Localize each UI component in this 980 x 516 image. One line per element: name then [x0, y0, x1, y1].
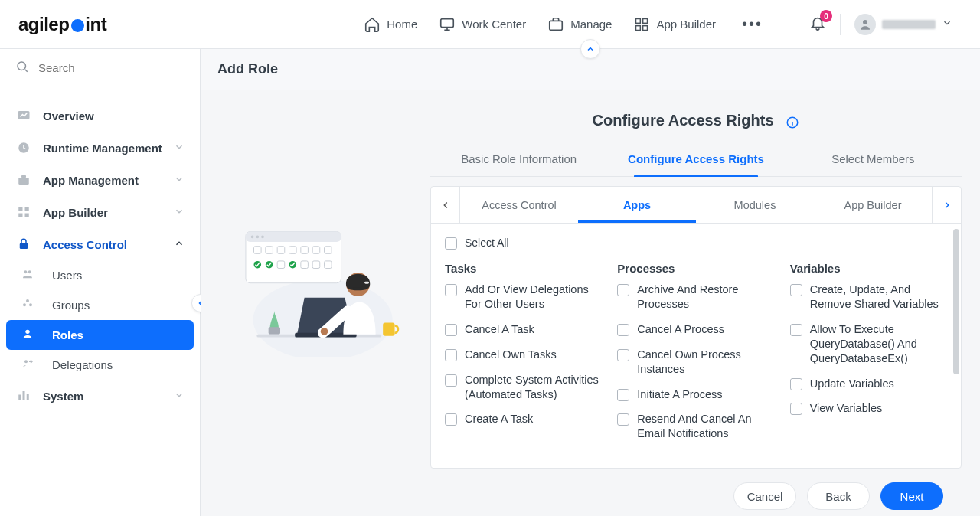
briefcase-icon — [547, 16, 564, 33]
lock-icon — [15, 237, 32, 251]
sidebar-item-label: Runtime Management — [43, 142, 162, 155]
perm-checkbox[interactable] — [790, 403, 802, 415]
perm-label: Cancel Own Process Instances — [637, 348, 774, 377]
sidebar-sub-roles[interactable]: Roles — [6, 320, 194, 350]
sidebar-item-system[interactable]: System — [6, 380, 194, 412]
perm-checkbox[interactable] — [445, 374, 457, 387]
next-button[interactable]: Next — [880, 482, 943, 510]
perm-checkbox[interactable] — [790, 378, 802, 390]
cat-tab-apps[interactable]: Apps — [578, 188, 696, 222]
svg-rect-16 — [20, 243, 28, 250]
svg-rect-47 — [269, 327, 280, 335]
category-prev-button[interactable] — [431, 187, 460, 223]
cat-tab-app-builder[interactable]: App Builder — [814, 188, 932, 222]
sidebar-item-app-builder[interactable]: App Builder — [6, 196, 194, 228]
search-icon — [15, 60, 29, 76]
svg-rect-15 — [25, 214, 29, 217]
perm-checkbox[interactable] — [790, 284, 802, 296]
sidebar-sub-users[interactable]: Users — [6, 260, 194, 290]
avatar-icon — [854, 14, 876, 35]
perm-checkbox[interactable] — [445, 413, 457, 426]
brand-logo: agilep int — [18, 14, 106, 35]
svg-point-23 — [24, 360, 28, 363]
search-input[interactable] — [37, 60, 185, 75]
perm-checkbox[interactable] — [617, 284, 629, 296]
wizard-stepper: Basic Role Information Configure Access … — [430, 143, 962, 177]
cancel-button[interactable]: Cancel — [733, 482, 796, 510]
sidebar-item-access-control[interactable]: Access Control — [6, 228, 194, 260]
svg-rect-14 — [18, 214, 22, 217]
step-configure-rights[interactable]: Configure Access Rights — [607, 143, 784, 176]
notifications-button[interactable]: 0 — [809, 15, 826, 34]
cat-tab-modules[interactable]: Modules — [696, 188, 814, 222]
back-button[interactable]: Back — [807, 482, 870, 510]
perm-checkbox[interactable] — [617, 324, 629, 336]
step-label: Select Members — [831, 152, 914, 165]
user-menu[interactable] — [854, 14, 962, 35]
sidebar-sub-label: Roles — [52, 328, 83, 341]
svg-rect-0 — [441, 18, 454, 27]
column-variables: Variables Create, Update, And Remove Sha… — [790, 257, 947, 452]
rights-scroll-area[interactable]: Select All Tasks Add Or View Delegations… — [431, 224, 961, 468]
chevron-down-icon — [174, 390, 185, 403]
step-select-members[interactable]: Select Members — [785, 143, 962, 176]
collapse-header-button[interactable] — [580, 39, 600, 59]
sidebar-sub-groups[interactable]: Groups — [6, 290, 194, 320]
nav-manage[interactable]: Manage — [547, 16, 612, 33]
info-icon[interactable] — [786, 116, 799, 129]
perm-label: Cancel A Process — [637, 322, 724, 337]
chevron-down-icon — [174, 142, 185, 155]
select-all-checkbox[interactable] — [445, 237, 457, 250]
scrollbar[interactable] — [953, 229, 959, 462]
svg-point-19 — [26, 299, 29, 302]
sidebar-item-runtime[interactable]: Runtime Management — [6, 132, 194, 164]
perm-checkbox[interactable] — [617, 389, 629, 401]
chevron-up-icon — [174, 238, 185, 251]
category-next-button[interactable] — [932, 187, 961, 223]
system-icon — [15, 389, 32, 403]
svg-rect-25 — [23, 391, 25, 400]
nav-home[interactable]: Home — [364, 16, 417, 33]
step-basic-info[interactable]: Basic Role Information — [430, 143, 607, 176]
svg-point-18 — [28, 270, 31, 273]
svg-rect-29 — [246, 232, 341, 242]
grid-icon — [633, 16, 650, 33]
sidebar-item-app-management[interactable]: App Management — [6, 164, 194, 196]
sidebar-item-overview[interactable]: Overview — [6, 100, 194, 132]
svg-rect-24 — [18, 395, 21, 401]
svg-point-21 — [29, 303, 32, 306]
perm-checkbox[interactable] — [617, 413, 629, 426]
perm-checkbox[interactable] — [445, 349, 457, 361]
sidebar-item-label: Overview — [43, 109, 94, 122]
perm-label: Create A Task — [465, 412, 533, 426]
divider — [840, 14, 841, 35]
rights-box: Access Control Apps Modules App Builder — [430, 186, 962, 469]
svg-point-30 — [251, 235, 254, 238]
users-icon — [21, 268, 35, 282]
person-laptop-illustration — [227, 224, 403, 357]
perm-checkbox[interactable] — [445, 284, 457, 296]
header-right: 0 — [795, 14, 962, 35]
divider — [795, 14, 795, 35]
nav-more-icon[interactable]: ••• — [737, 15, 767, 33]
svg-point-6 — [863, 20, 867, 24]
perm-label: Add Or View Delegations For Other Users — [465, 282, 602, 312]
nav-app-builder[interactable]: App Builder — [633, 16, 716, 33]
cat-tab-access-control[interactable]: Access Control — [460, 188, 578, 222]
svg-point-7 — [18, 62, 26, 70]
perm-checkbox[interactable] — [445, 324, 457, 336]
nav-work-center[interactable]: Work Center — [439, 16, 526, 33]
toolbox-icon — [15, 173, 32, 187]
user-name — [882, 20, 936, 29]
sidebar-sub-delegations[interactable]: Delegations — [6, 350, 194, 380]
column-heading: Tasks — [445, 262, 602, 275]
chart-icon — [15, 109, 32, 122]
perm-label: Update Variables — [810, 377, 894, 391]
sidebar-search[interactable] — [0, 49, 200, 87]
step-label: Configure Access Rights — [628, 152, 764, 165]
svg-rect-1 — [550, 21, 563, 30]
perm-checkbox[interactable] — [790, 324, 802, 336]
svg-rect-3 — [643, 18, 648, 23]
select-all-label: Select All — [465, 237, 509, 249]
perm-checkbox[interactable] — [617, 349, 629, 361]
